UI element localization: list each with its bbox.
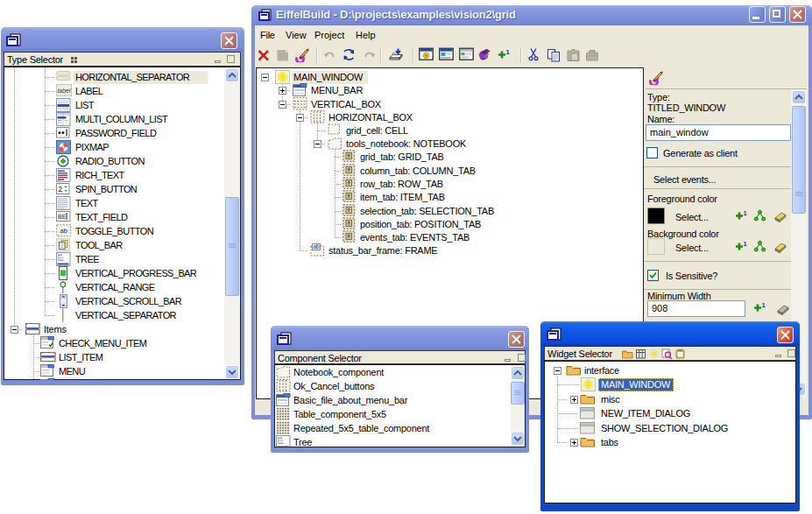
svg-text:BE: BE [58,214,67,220]
svg-text:1: 1 [744,241,747,248]
svg-text:ab: ab [60,227,67,235]
svg-text:label: label [58,88,71,94]
svg-text:2: 2 [59,185,63,194]
svg-text:1: 1 [506,49,510,56]
svg-text:1: 1 [762,302,766,309]
svg-text:1: 1 [744,210,747,217]
svg-text:ab: ab [314,243,321,250]
